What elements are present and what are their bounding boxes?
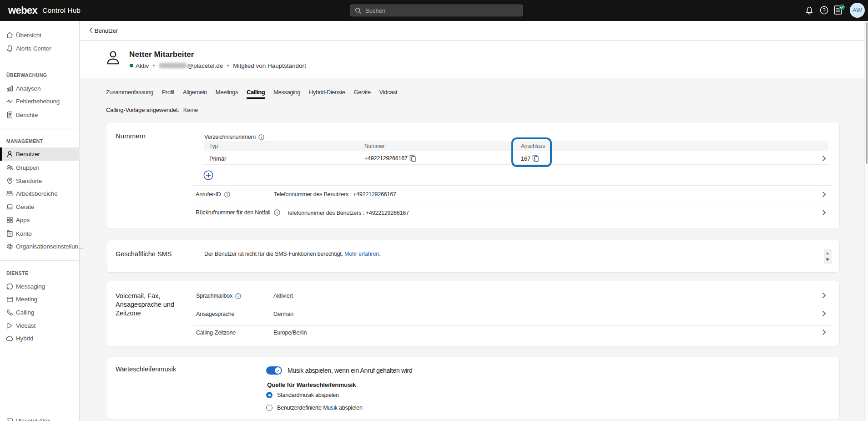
svg-text:?: ? (823, 7, 825, 13)
